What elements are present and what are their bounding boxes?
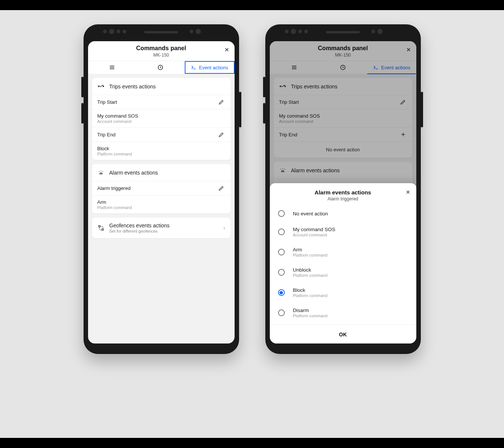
header-title: Commands panel: [88, 45, 235, 52]
phone-sensors-left: [103, 30, 126, 34]
phone-side-button: [81, 103, 84, 124]
row-alarm-triggered[interactable]: Alarm triggered: [92, 181, 230, 195]
card-head-alarm: Alarm events actions: [92, 164, 230, 181]
clock-icon: [157, 64, 164, 71]
edit-icon[interactable]: [218, 99, 225, 105]
card-geofences[interactable]: Geofences events actions Set for differe…: [92, 218, 230, 238]
svg-rect-10: [102, 229, 103, 230]
radio-icon[interactable]: [278, 289, 285, 296]
tab-history[interactable]: [136, 61, 185, 74]
phone-sensors-right: [371, 30, 383, 34]
phone-sensors-left: [285, 30, 308, 34]
radio-icon[interactable]: [278, 269, 285, 276]
phone-side-button: [263, 77, 265, 97]
option-sub: Platform command: [293, 293, 328, 298]
row-label: Trip End: [97, 132, 218, 137]
row-sub: Account command: [97, 119, 225, 124]
route-icon: [97, 83, 105, 90]
radio-icon[interactable]: [278, 249, 285, 255]
option-sub: Platform command: [293, 273, 328, 278]
option-sub: Platform command: [293, 253, 328, 257]
row-sos[interactable]: My command SOS Account command: [92, 109, 230, 127]
radio-icon[interactable]: [278, 210, 285, 217]
phone-side-button: [421, 92, 423, 127]
option-label: Block: [293, 287, 328, 293]
radio-icon[interactable]: [278, 228, 285, 235]
option-block[interactable]: Block Platform command: [270, 282, 416, 303]
card-title: Trips events actions: [109, 84, 156, 90]
option-label: My command SOS: [293, 227, 335, 232]
radio-icon[interactable]: [278, 309, 285, 316]
chevron-right-icon: ›: [218, 225, 225, 231]
svg-line-5: [160, 67, 161, 68]
row-label: Arm: [97, 199, 225, 205]
tab-event-actions[interactable]: Event actions: [185, 61, 235, 74]
phone-side-button: [81, 77, 84, 97]
card-sub: Set for different geofences: [109, 229, 213, 233]
tabs: Event actions: [88, 61, 235, 74]
row-sub: Platform command: [97, 152, 225, 156]
row-label: Block: [97, 146, 225, 151]
option-no-event[interactable]: No event action: [270, 205, 416, 222]
letterbox-bottom: [0, 438, 504, 448]
screen-left: Commands panel MK-150 ✕: [88, 41, 235, 343]
option-arm[interactable]: Arm Platform command: [270, 242, 416, 262]
option-unblock[interactable]: Unblock Platform command: [270, 262, 416, 282]
geofence-icon: [97, 224, 105, 231]
close-icon[interactable]: ✕: [224, 46, 229, 53]
action-sheet: Alarm events actions Alarm triggered ✕ N…: [270, 183, 416, 343]
card-head-geofences: Geofences events actions Set for differe…: [92, 218, 230, 238]
tab-list[interactable]: [88, 61, 136, 74]
list-icon: [109, 64, 115, 71]
option-label: Arm: [293, 247, 328, 252]
option-sub: Account command: [293, 233, 335, 237]
card-head-trips: Trips events actions: [92, 78, 230, 95]
row-sub: Platform command: [97, 205, 225, 210]
option-label: Disarm: [293, 308, 328, 313]
card-title: Geofences events actions: [109, 223, 213, 228]
letterbox-top: [0, 0, 504, 10]
option-disarm[interactable]: Disarm Platform command: [270, 303, 416, 323]
option-sub: Platform command: [293, 314, 328, 318]
svg-rect-9: [99, 225, 100, 227]
row-label: Trip Start: [97, 99, 218, 105]
edit-icon[interactable]: [218, 131, 225, 138]
content: Trips events actions Trip Start My comma…: [88, 74, 235, 343]
tab-label: Event actions: [199, 65, 228, 70]
phone-side-button: [263, 103, 265, 124]
row-arm[interactable]: Arm Platform command: [92, 195, 230, 214]
row-label: Alarm triggered: [97, 185, 218, 191]
sheet-header: Alarm events actions Alarm triggered ✕: [270, 189, 416, 205]
alarm-icon: [97, 169, 105, 176]
phone-right: Commands panel MK-150 ✕: [265, 24, 421, 354]
option-label: Unblock: [293, 267, 328, 273]
phone-side-button: [239, 92, 241, 127]
close-icon[interactable]: ✕: [406, 189, 410, 195]
header-subtitle: MK-150: [88, 52, 235, 58]
row-trip-end[interactable]: Trip End: [92, 127, 230, 142]
phone-sensors-right: [190, 30, 201, 34]
ok-button[interactable]: OK: [270, 324, 416, 343]
card-trips: Trips events actions Trip Start My comma…: [92, 78, 230, 160]
option-label: No event action: [293, 211, 328, 217]
phones-container: Commands panel MK-150 ✕: [0, 0, 504, 354]
sheet-title: Alarm events actions: [276, 189, 410, 196]
card-alarm: Alarm events actions Alarm triggered Arm: [92, 164, 230, 214]
sheet-subtitle: Alarm triggered: [276, 196, 410, 202]
phone-left: Commands panel MK-150 ✕: [84, 24, 239, 354]
row-label: My command SOS: [97, 113, 225, 119]
edit-icon[interactable]: [218, 185, 225, 191]
row-block[interactable]: Block Platform command: [92, 142, 230, 160]
header: Commands panel MK-150 ✕: [88, 41, 235, 61]
card-title: Alarm events actions: [109, 170, 158, 176]
terminal-icon: [191, 64, 197, 70]
screen-right: Commands panel MK-150 ✕: [270, 41, 416, 343]
option-sos[interactable]: My command SOS Account command: [270, 222, 416, 242]
row-trip-start[interactable]: Trip Start: [92, 95, 230, 109]
